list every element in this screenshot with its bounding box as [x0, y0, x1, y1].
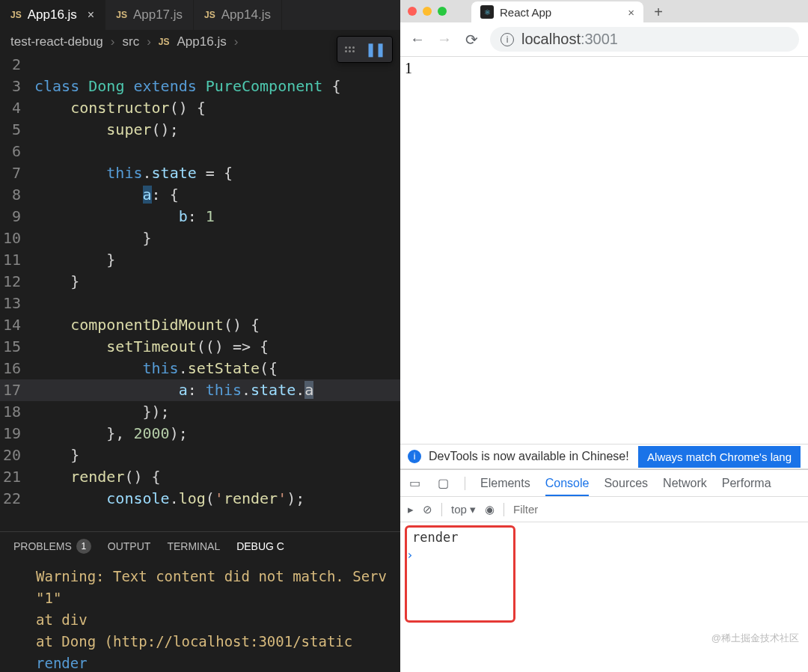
- tab-app16[interactable]: JS App16.js ×: [0, 0, 105, 30]
- code-line[interactable]: 21 render() {: [0, 466, 400, 488]
- breadcrumb-file[interactable]: App16.js: [177, 34, 227, 49]
- context-selector[interactable]: top ▾: [451, 503, 476, 516]
- url-text: localhost:3001: [521, 31, 618, 48]
- toolbar: ← → ⟳ i localhost:3001: [400, 22, 808, 57]
- code-line[interactable]: 18 });: [0, 401, 400, 423]
- warning-line: "1": [36, 587, 391, 609]
- problems-badge: 1: [76, 539, 91, 554]
- code-line[interactable]: 11 }: [0, 249, 400, 271]
- infobar-text: DevTools is now available in Chinese!: [429, 450, 629, 463]
- live-expression-icon[interactable]: ◉: [485, 503, 495, 516]
- nav-reload-button[interactable]: ⟳: [463, 31, 480, 49]
- panel-terminal[interactable]: TERMINAL: [167, 540, 220, 552]
- code-line[interactable]: 6: [0, 141, 400, 162]
- chevron-right-icon: ›: [147, 34, 151, 49]
- code-line[interactable]: 5 super();: [0, 119, 400, 141]
- close-icon[interactable]: ×: [628, 6, 634, 19]
- js-file-icon: JS: [116, 10, 127, 20]
- chevron-right-icon: ›: [111, 34, 115, 49]
- infobar-action-button[interactable]: Always match Chrome's lang: [638, 446, 801, 468]
- warning-line: Warning: Text content did not match. Ser…: [36, 566, 391, 587]
- debug-toolbar[interactable]: ❚❚: [337, 36, 393, 63]
- close-icon[interactable]: ×: [88, 9, 94, 21]
- tab-label: App14.js: [221, 7, 271, 22]
- chevron-right-icon: ›: [234, 34, 239, 49]
- code-line[interactable]: 3class Dong extends PureComponent {: [0, 76, 400, 97]
- info-icon: i: [408, 450, 421, 463]
- console-sidebar-icon[interactable]: ▸: [408, 503, 414, 516]
- code-line[interactable]: 15 setTimeout(() => {: [0, 336, 400, 358]
- breadcrumb-folder[interactable]: test-react-debug: [10, 34, 103, 49]
- panel-output[interactable]: OUTPUT: [108, 540, 151, 552]
- code-area[interactable]: 23class Dong extends PureComponent {4 co…: [0, 54, 400, 531]
- console-output[interactable]: render ›: [400, 522, 808, 672]
- tab-label: App17.js: [133, 7, 183, 22]
- react-favicon-icon: ⚛: [480, 5, 494, 19]
- code-line[interactable]: 20 }: [0, 445, 400, 466]
- warning-line: at Dong (http://localhost:3001/static: [36, 631, 391, 653]
- devtools-tab-console[interactable]: Console: [545, 477, 590, 496]
- chrome-tab[interactable]: ⚛ React App ×: [471, 1, 643, 22]
- newtab-button[interactable]: +: [648, 1, 669, 22]
- devtools-tabs: ▭ ▢ Elements Console Sources Network Per…: [400, 470, 808, 497]
- vscode-editor: JS App16.js × JS App17.js JS App14.js te…: [0, 0, 400, 672]
- devtools-tab-network[interactable]: Network: [663, 477, 707, 490]
- panel-debug-console[interactable]: DEBUG C: [236, 540, 284, 552]
- warning-line: at div: [36, 609, 391, 631]
- js-file-icon: JS: [204, 10, 215, 20]
- page-text: 1: [405, 60, 412, 76]
- nav-forward-button[interactable]: →: [436, 31, 453, 48]
- code-line[interactable]: 22 console.log('render');: [0, 488, 400, 510]
- code-line[interactable]: 19 }, 2000);: [0, 423, 400, 445]
- highlight-box: [405, 525, 515, 623]
- separator: [504, 503, 504, 516]
- code-line[interactable]: 16 this.setState({: [0, 358, 400, 379]
- code-line[interactable]: 9 b: 1: [0, 206, 400, 227]
- panel-tabs: PROBLEMS 1 OUTPUT TERMINAL DEBUG C: [0, 531, 400, 560]
- code-line[interactable]: 14 componentDidMount() {: [0, 314, 400, 336]
- devtools-tab-sources[interactable]: Sources: [604, 477, 648, 490]
- panel-problems[interactable]: PROBLEMS 1: [13, 539, 91, 554]
- traffic-minimize-icon[interactable]: [423, 7, 432, 16]
- chrome-window: ⚛ React App × + ← → ⟳ i localhost:3001 1…: [400, 0, 808, 672]
- nav-back-button[interactable]: ←: [409, 31, 426, 48]
- devtools-tab-performance[interactable]: Performa: [722, 477, 771, 490]
- js-file-icon: JS: [10, 10, 22, 20]
- inspect-icon[interactable]: ▭: [408, 476, 421, 490]
- chrome-tab-title: React App: [500, 6, 551, 19]
- traffic-close-icon[interactable]: [408, 7, 417, 16]
- code-line[interactable]: 13: [0, 293, 400, 314]
- console-filter-input[interactable]: [513, 503, 801, 516]
- code-line[interactable]: 4 constructor() {: [0, 97, 400, 119]
- console-render-line: render: [36, 653, 391, 672]
- code-line[interactable]: 10 }: [0, 227, 400, 249]
- devtools-tab-elements[interactable]: Elements: [480, 477, 530, 490]
- grip-icon[interactable]: [345, 46, 355, 52]
- device-icon[interactable]: ▢: [436, 476, 450, 490]
- panel-tab-label: PROBLEMS: [13, 540, 72, 552]
- code-line[interactable]: 7 this.state = {: [0, 162, 400, 184]
- clear-console-icon[interactable]: ⊘: [423, 503, 432, 516]
- tab-label: App16.js: [28, 7, 77, 22]
- tab-app14[interactable]: JS App14.js: [194, 0, 282, 30]
- separator: [441, 503, 442, 516]
- debug-console-body[interactable]: Warning: Text content did not match. Ser…: [0, 560, 400, 672]
- js-file-icon: JS: [159, 37, 170, 47]
- devtools-infobar: i DevTools is now available in Chinese! …: [400, 444, 808, 469]
- address-bar[interactable]: i localhost:3001: [490, 27, 799, 52]
- watermark: @稀土掘金技术社区: [711, 632, 799, 645]
- code-line[interactable]: 12 }: [0, 271, 400, 293]
- code-line[interactable]: 8 a: {: [0, 184, 400, 206]
- traffic-maximize-icon[interactable]: [438, 7, 447, 16]
- code-line[interactable]: 17 a: this.state.a: [0, 379, 400, 401]
- separator: [465, 477, 465, 490]
- pause-button[interactable]: ❚❚: [365, 41, 385, 58]
- tab-app17[interactable]: JS App17.js: [105, 0, 194, 30]
- page-content: 1: [400, 57, 808, 444]
- site-info-icon[interactable]: i: [501, 33, 514, 46]
- console-toolbar: ▸ ⊘ top ▾ ◉: [400, 497, 808, 522]
- chrome-tabstrip: ⚛ React App × +: [471, 0, 801, 22]
- editor-tabs: JS App16.js × JS App17.js JS App14.js: [0, 0, 400, 30]
- window-titlebar: ⚛ React App × +: [400, 0, 808, 22]
- breadcrumb-folder[interactable]: src: [122, 34, 139, 49]
